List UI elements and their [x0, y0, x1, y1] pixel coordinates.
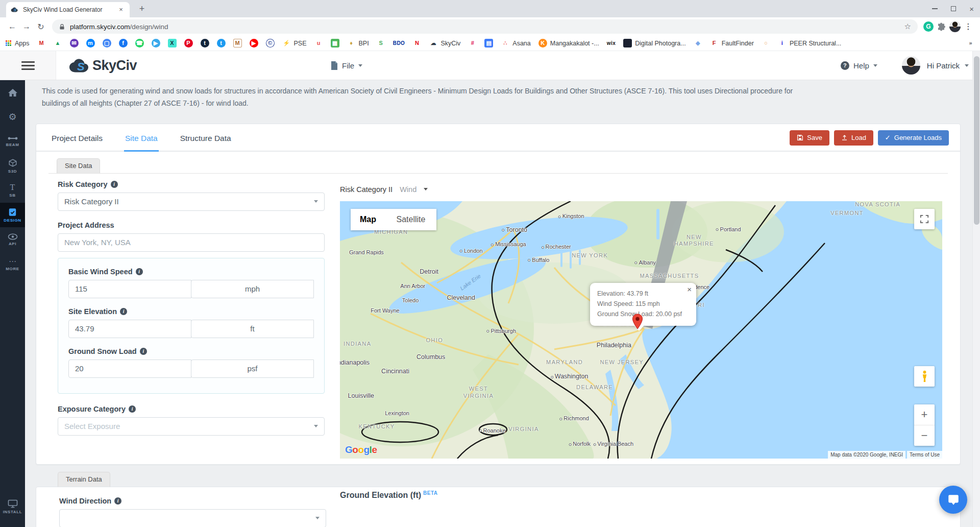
tab-project-details[interactable]: Project Details [51, 127, 104, 152]
chat-widget-button[interactable] [939, 486, 967, 514]
bookmark-item[interactable]: N [412, 39, 421, 47]
bookmark-item[interactable]: M [37, 39, 46, 47]
bookmark-item[interactable]: t [201, 39, 209, 47]
sidebar-item-design[interactable]: DESIGN [0, 203, 25, 227]
browser-tab[interactable]: S SkyCiv Wind Load Generator × [6, 2, 130, 17]
satellite-button[interactable]: Satellite [385, 209, 436, 230]
bookmark-item[interactable]: iPEER Structural... [778, 39, 841, 47]
google-map[interactable]: MICHIGANNEW YORKPENNSYLVANIAOHIOINDIANAW… [340, 201, 942, 459]
bookmark-item[interactable]: # [468, 39, 477, 47]
bookmark-item[interactable]: ▲ [54, 39, 62, 47]
bookmark-item[interactable]: ✉ [70, 39, 79, 47]
wind-direction-select[interactable] [59, 509, 326, 527]
browser-menu-icon[interactable]: ⋮ [962, 22, 975, 31]
zoom-out-button[interactable]: − [914, 425, 935, 446]
maximize-icon[interactable] [951, 6, 956, 11]
sidebar-item-api[interactable]: API [0, 227, 25, 252]
bookmark-item[interactable]: ▤ [484, 39, 493, 47]
bookmark-item[interactable]: ○ [762, 39, 770, 47]
user-avatar[interactable] [902, 56, 920, 75]
fullscreen-button[interactable] [914, 209, 935, 229]
bookmark-item[interactable]: ☎ [135, 39, 144, 47]
sidebar-item-s3d[interactable]: S3D [0, 154, 25, 178]
bookmark-item[interactable]: ⚡PSE [282, 39, 307, 47]
bookmark-item[interactable]: KMangakakalot -... [538, 39, 599, 47]
info-icon[interactable]: i [136, 268, 143, 275]
pegman-control[interactable] [914, 366, 935, 387]
exposure-category-select[interactable]: Select Exposure [58, 417, 325, 436]
bookmark-item[interactable]: m [86, 39, 95, 47]
extensions-puzzle-icon[interactable] [935, 22, 948, 31]
load-button[interactable]: Load [834, 130, 873, 146]
new-tab-button[interactable]: + [135, 2, 149, 16]
scrollbar-thumb[interactable] [974, 56, 979, 225]
chevron-down-icon[interactable] [965, 64, 969, 67]
generate-loads-button[interactable]: ✓ Generate Loads [878, 130, 949, 146]
site-elevation-input[interactable]: 43.79 [68, 320, 191, 338]
file-menu[interactable]: File [331, 61, 362, 70]
bookmark-item[interactable]: ☁SkyCiv [429, 39, 460, 47]
bookmark-item[interactable]: © [266, 39, 275, 47]
bookmark-item[interactable]: S [377, 39, 385, 47]
info-icon[interactable]: i [140, 348, 147, 355]
bookmark-item[interactable]: ∴Asana [501, 39, 530, 47]
ground-snow-load-input[interactable]: 20 [68, 360, 191, 378]
bookmark-item[interactable]: f [119, 39, 128, 47]
map-label: Indianapolis [340, 359, 370, 367]
url-bar[interactable]: platform.skyciv.com/design/wind ☆ [52, 19, 918, 34]
save-button[interactable]: Save [790, 130, 829, 146]
page-scrollbar[interactable] [972, 51, 980, 527]
sidebar-item-install[interactable]: INSTALL [0, 494, 25, 519]
bookmark-item[interactable]: Digital Photogra... [623, 39, 685, 47]
basic-wind-speed-input[interactable]: 115 [68, 280, 191, 298]
skyciv-logo[interactable]: S SkyCiv [68, 58, 137, 74]
bookmark-item[interactable]: ◆ [694, 39, 702, 47]
bookmark-item[interactable]: ▦ [331, 39, 339, 47]
sidebar-item-settings[interactable]: ⚙ [0, 105, 25, 129]
bookmark-item[interactable]: P [184, 39, 193, 47]
map-layer-selector[interactable]: Risk Category II Wind [340, 184, 942, 195]
bookmark-item[interactable]: ▶ [152, 39, 160, 47]
info-icon[interactable]: i [111, 181, 118, 188]
bookmark-item[interactable]: ▶ [250, 39, 258, 47]
bookmark-item[interactable]: BDO [393, 40, 405, 46]
bookmark-item[interactable]: ♦BPI [347, 39, 369, 47]
bookmark-item[interactable]: M [233, 39, 242, 47]
bookmark-star-icon[interactable]: ☆ [904, 22, 911, 31]
tab-structure-data[interactable]: Structure Data [179, 127, 232, 152]
terms-of-use-link[interactable]: Terms of Use [907, 451, 942, 459]
reload-icon[interactable]: ↻ [34, 22, 48, 32]
minimize-icon[interactable] [932, 8, 938, 9]
sidebar-item-beam[interactable]: BEAM [0, 129, 25, 154]
forward-icon[interactable]: → [19, 22, 34, 31]
sidebar-toggle[interactable] [0, 51, 56, 80]
sidebar-item-sb[interactable]: T SB [0, 178, 25, 203]
risk-category-select[interactable]: Risk Category II [58, 193, 325, 211]
grammarly-extension-icon[interactable]: G [923, 21, 934, 32]
map-label: Portland [716, 226, 741, 233]
info-window-close-icon[interactable]: × [687, 285, 692, 294]
map-button[interactable]: Map [351, 209, 385, 230]
bookmark-item[interactable]: u [314, 39, 323, 47]
back-icon[interactable]: ← [5, 22, 19, 31]
bookmark-item[interactable]: FFaultFinder [710, 39, 754, 47]
bookmark-item[interactable]: wix [607, 40, 616, 46]
sidebar-item-home[interactable] [0, 80, 25, 105]
tab-close-icon[interactable]: × [117, 6, 125, 14]
bookmarks-overflow-chevron[interactable]: » [966, 39, 975, 47]
bookmark-item[interactable]: ▢ [103, 39, 111, 47]
info-icon[interactable]: i [114, 497, 121, 505]
tab-site-data[interactable]: Site Data [124, 127, 159, 152]
bookmark-item[interactable]: t [217, 39, 226, 47]
location-marker[interactable] [632, 314, 643, 331]
zoom-in-button[interactable]: + [914, 404, 935, 425]
profile-avatar[interactable] [949, 21, 961, 32]
info-icon[interactable]: i [129, 405, 136, 413]
project-address-input[interactable]: New York, NY, USA [58, 233, 325, 252]
bookmark-apps[interactable]: Apps [5, 40, 30, 47]
window-close-icon[interactable]: × [969, 5, 974, 13]
bookmark-item[interactable]: X [168, 39, 177, 47]
info-icon[interactable]: i [120, 308, 127, 315]
help-menu[interactable]: ? Help [841, 61, 877, 70]
sidebar-item-more[interactable]: ⋯ MORE [0, 252, 25, 276]
